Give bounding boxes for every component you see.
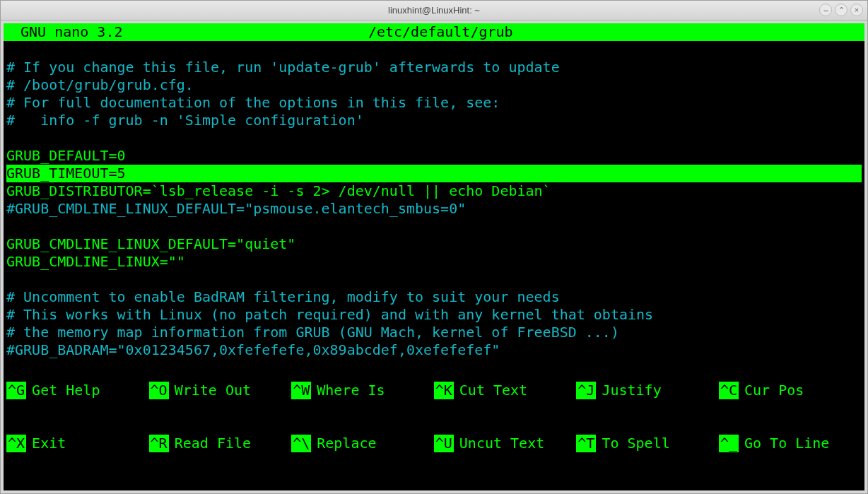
editor-line: # the memory map information from GRUB (… <box>6 324 862 341</box>
window-titlebar: linuxhint@LinuxHint: ~ ‒ ⌃ × <box>1 1 867 20</box>
editor-line: # For full documentation of the options … <box>6 94 862 112</box>
comment-text: # Uncomment to enable BadRAM filtering, … <box>6 288 560 305</box>
shortcut-item: ^RRead File <box>149 435 292 452</box>
terminal[interactable]: GNU nano 3.2 /etc/default/grub # If you … <box>4 23 864 490</box>
nano-app-name: GNU nano 3.2 <box>4 23 123 41</box>
maximize-icon: ⌃ <box>838 6 845 15</box>
shortcut-key: ^T <box>576 435 596 452</box>
comment-text: #GRUB_CMDLINE_LINUX_DEFAULT="psmouse.ela… <box>6 200 466 217</box>
editor-line: GRUB_DISTRIBUTOR=`lsb_release -i -s 2> /… <box>6 182 862 200</box>
shortcut-key: ^G <box>6 382 26 399</box>
config-text: GRUB_DISTRIBUTOR=`lsb_release -i -s 2> /… <box>6 182 551 199</box>
shortcut-label: Exit <box>32 435 66 452</box>
editor-line: GRUB_TIMEOUT=5 <box>6 165 862 182</box>
minimize-button[interactable]: ‒ <box>819 4 832 16</box>
maximize-button[interactable]: ⌃ <box>835 4 848 16</box>
window-title: linuxhint@LinuxHint: ~ <box>388 5 480 16</box>
close-button[interactable]: × <box>850 4 863 16</box>
config-text: GRUB_DEFAULT=0 <box>6 147 126 164</box>
shortcut-label: Get Help <box>32 382 100 399</box>
shortcut-item: ^GGet Help <box>6 382 149 399</box>
comment-text: # For full documentation of the options … <box>6 94 500 111</box>
shortcut-item: ^UUncut Text <box>434 435 577 452</box>
nano-header: GNU nano 3.2 /etc/default/grub <box>4 23 864 41</box>
editor-blank-top <box>4 41 864 59</box>
minimize-icon: ‒ <box>823 6 828 15</box>
shortcut-label: Replace <box>317 435 376 452</box>
shortcut-bar: ^GGet Help^OWrite Out^WWhere Is^KCut Tex… <box>6 346 862 488</box>
shortcut-item: ^OWrite Out <box>149 382 292 399</box>
editor-line: # Uncomment to enable BadRAM filtering, … <box>6 288 862 306</box>
shortcut-key: ^C <box>719 382 739 399</box>
shortcut-key: ^\ <box>291 435 311 452</box>
editor-line: GRUB_DEFAULT=0 <box>6 147 862 165</box>
editor-line <box>6 271 862 288</box>
editor-line <box>6 129 862 147</box>
shortcut-row-1: ^GGet Help^OWrite Out^WWhere Is^KCut Tex… <box>6 382 862 399</box>
editor-line: GRUB_CMDLINE_LINUX="" <box>6 253 862 271</box>
close-icon: × <box>855 6 859 14</box>
shortcut-item: ^TTo Spell <box>576 435 719 452</box>
shortcut-item: ^KCut Text <box>434 382 577 399</box>
terminal-window: linuxhint@LinuxHint: ~ ‒ ⌃ × GNU nano 3.… <box>0 0 868 494</box>
editor-line: # If you change this file, run 'update-g… <box>6 59 862 76</box>
shortcut-item: ^CCur Pos <box>719 382 862 399</box>
shortcut-item: ^XExit <box>6 435 149 452</box>
shortcut-label: To Spell <box>602 435 669 452</box>
config-text: GRUB_CMDLINE_LINUX="" <box>6 253 185 270</box>
shortcut-label: Read File <box>175 435 251 452</box>
shortcut-label: Justify <box>602 382 661 399</box>
shortcut-item: ^WWhere Is <box>291 382 434 399</box>
shortcut-label: Go To Line <box>744 435 829 452</box>
shortcut-label: Cur Pos <box>744 382 804 399</box>
shortcut-key: ^R <box>149 435 169 452</box>
shortcut-key: ^W <box>291 382 311 399</box>
editor-highlighted-line: GRUB_TIMEOUT=5 <box>6 165 862 182</box>
editor-line: #GRUB_CMDLINE_LINUX_DEFAULT="psmouse.ela… <box>6 200 862 218</box>
shortcut-row-2: ^XExit^RRead File^\Replace^UUncut Text^T… <box>6 435 862 452</box>
editor-line: GRUB_CMDLINE_LINUX_DEFAULT="quiet" <box>6 235 862 253</box>
shortcut-key: ^_ <box>719 435 739 452</box>
shortcut-label: Where Is <box>317 382 385 399</box>
editor-area[interactable]: # If you change this file, run 'update-g… <box>4 59 864 359</box>
editor-line <box>6 218 862 235</box>
editor-line: # info -f grub -n 'Simple configuration' <box>6 112 862 129</box>
comment-text: # This works with Linux (no patch requir… <box>6 306 653 323</box>
config-text: GRUB_CMDLINE_LINUX_DEFAULT="quiet" <box>6 235 295 252</box>
nano-file-path: /etc/default/grub <box>123 23 844 41</box>
shortcut-key: ^K <box>434 382 454 399</box>
editor-line: # This works with Linux (no patch requir… <box>6 306 862 324</box>
shortcut-label: Write Out <box>175 382 251 399</box>
terminal-container: GNU nano 3.2 /etc/default/grub # If you … <box>1 20 867 493</box>
shortcut-label: Uncut Text <box>459 435 544 452</box>
comment-text: # info -f grub -n 'Simple configuration' <box>6 112 364 129</box>
comment-text: # /boot/grub/grub.cfg. <box>6 76 194 93</box>
shortcut-item: ^JJustify <box>576 382 719 399</box>
window-controls: ‒ ⌃ × <box>819 4 863 16</box>
shortcut-item: ^_Go To Line <box>719 435 862 452</box>
shortcut-label: Cut Text <box>459 382 527 399</box>
shortcut-key: ^J <box>576 382 596 399</box>
shortcut-key: ^U <box>434 435 454 452</box>
shortcut-key: ^O <box>149 382 169 399</box>
comment-text: # If you change this file, run 'update-g… <box>6 59 560 76</box>
editor-line: # /boot/grub/grub.cfg. <box>6 76 862 94</box>
shortcut-key: ^X <box>6 435 26 452</box>
shortcut-item: ^\Replace <box>291 435 434 452</box>
comment-text: # the memory map information from GRUB (… <box>6 324 619 341</box>
